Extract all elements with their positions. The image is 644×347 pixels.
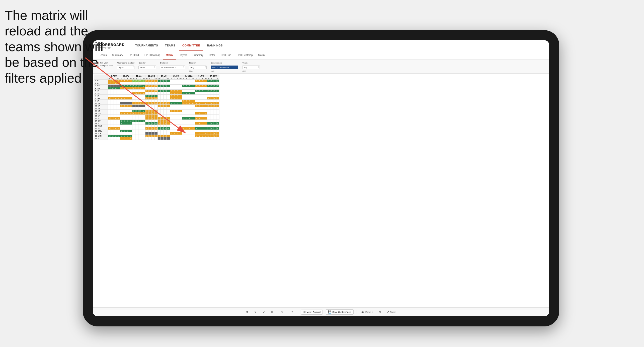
sub-t-2: T [126, 77, 129, 80]
division-select-wrapper[interactable]: NCAA Division I NCAA Division II [160, 65, 185, 69]
sub-nav-h2h-heatmap[interactable]: H2H Heatmap [142, 51, 163, 60]
share-options-button[interactable]: ⊞ [377, 310, 382, 314]
matrix-cell-l: 2 [111, 82, 114, 85]
matrix-cell-t: 0 [126, 80, 129, 82]
matrix-table-wrapper: 3. ASU 10. UW 11. UA 22. UCB 24. UO 27. … [93, 74, 549, 141]
matrix-cell-w: 0 [195, 105, 198, 107]
sub-nav-h2h-heatmap2[interactable]: H2H Heatmap [234, 51, 255, 60]
matrix-cell-w: 0 [120, 80, 123, 82]
matrix-cell [185, 90, 188, 92]
matrix-cell-w: 0 [145, 85, 148, 87]
matrix-cell-dif: 10 [154, 122, 158, 125]
matrix-cell [129, 100, 132, 102]
nav-teams[interactable]: TEAMS [162, 40, 179, 51]
matrix-content[interactable]: 3. ASU 10. UW 11. UA 22. UCB 24. UO 27. … [93, 74, 549, 307]
matrix-cell-t: 0 [201, 135, 204, 137]
matrix-cell-w: 1 [158, 85, 161, 87]
matrix-cell [158, 125, 161, 127]
gender-select[interactable]: Men's Women's [138, 66, 156, 69]
matrix-cell [179, 122, 182, 125]
matrix-cell [123, 102, 126, 105]
matrix-cell [138, 97, 142, 100]
redo-button[interactable]: ↻ [253, 310, 258, 314]
matrix-cell [132, 105, 135, 107]
max-teams-select[interactable]: Top 25 Top 10 Top 50 [117, 66, 134, 69]
matrix-cell [158, 112, 161, 115]
matrix-cell [173, 125, 176, 127]
matrix-cell [176, 127, 179, 130]
matrix-cell [135, 105, 138, 107]
team-select-wrapper[interactable]: (All) [242, 65, 260, 69]
matrix-cell-t: 0 [114, 127, 117, 130]
matrix-cell [132, 82, 135, 85]
matrix-cell-t: 0 [114, 80, 117, 82]
matrix-cell [176, 87, 179, 90]
watch-button[interactable]: ◉ Watch ▾ [360, 310, 374, 314]
max-teams-select-wrapper[interactable]: Top 25 Top 10 Top 50 [117, 65, 134, 69]
table-row: 21. ETSU100 [94, 130, 219, 132]
matrix-cell-dif: 29 [204, 112, 207, 115]
matrix-cell [126, 110, 129, 112]
conference-select[interactable]: Pac-12 Conference (All) [211, 66, 238, 69]
matrix-cell-l: 1 [148, 115, 151, 117]
sub-t-7: T [188, 77, 191, 80]
reset-button[interactable]: ↺ [261, 310, 266, 314]
matrix-cell-dif: 29 [129, 137, 132, 140]
sub-nav-detail[interactable]: Detail [206, 51, 218, 60]
matrix-cell [145, 82, 148, 85]
region-select-wrapper[interactable]: (All) N/A [189, 65, 207, 69]
division-select[interactable]: NCAA Division I NCAA Division II [160, 66, 185, 69]
matrix-cell-dif [191, 100, 195, 102]
col-header-osu: 57. OSU [207, 75, 219, 77]
zoom-controls[interactable]: − □ + [278, 310, 286, 314]
matrix-cell [179, 85, 182, 87]
matrix-cell [145, 105, 148, 107]
matrix-cell-dif: 80 [129, 85, 132, 87]
sub-nav-h2h-grid[interactable]: H2H Grid [126, 51, 141, 60]
matrix-cell-w: 0 [195, 122, 198, 125]
matrix-cell-w: 2 [182, 117, 185, 120]
matrix-cell-dif: 10 [129, 105, 132, 107]
share-button[interactable]: ↗ Share [385, 310, 397, 314]
matrix-cell [158, 87, 161, 90]
sub-nav-summary[interactable]: Summary [110, 51, 125, 60]
toolbar-divider-1 [298, 310, 298, 314]
sub-nav-players[interactable]: Players [176, 51, 190, 60]
region-select[interactable]: (All) N/A [189, 66, 207, 69]
sub-nav-matrix2[interactable]: Matrix [256, 51, 268, 60]
sub-w-9: W [207, 77, 210, 80]
matrix-cell-dif [179, 132, 182, 135]
matrix-cell-l: 0 [111, 135, 114, 137]
matrix-cell-dif [142, 87, 145, 90]
matrix-cell-t: 0 [213, 132, 216, 135]
gender-select-wrapper[interactable]: Men's Women's [138, 65, 156, 69]
matrix-cell [117, 112, 120, 115]
team-select[interactable]: (All) [242, 66, 260, 69]
view-original-button[interactable]: 👁 View: Original [301, 310, 323, 315]
matrix-cell-t: 0 [176, 92, 179, 95]
nav-tournaments[interactable]: TOURNAMENTS [132, 40, 162, 51]
sub-nav: Teams Summary H2H Grid H2H Heatmap Matri… [93, 51, 549, 60]
matrix-cell-dif: 1 [154, 117, 158, 120]
matrix-cell-t: 0 [164, 117, 167, 120]
matrix-cell-w: 0 [195, 132, 198, 135]
nav-committee[interactable]: COMMITTEE [179, 40, 204, 51]
nav-rankings[interactable]: RANKINGS [203, 40, 226, 51]
matrix-cell [148, 87, 151, 90]
undo-button[interactable]: ↺ [245, 310, 250, 314]
conference-select-wrapper[interactable]: Pac-12 Conference (All) [211, 65, 238, 69]
zoom-fit-button[interactable]: ⊙ [269, 310, 275, 314]
matrix-cell [111, 137, 114, 140]
matrix-cell-t: 0 [201, 90, 204, 92]
matrix-cell [161, 125, 164, 127]
matrix-cell-l: 2 [148, 110, 151, 112]
sub-nav-h2h-grid2[interactable]: H2H Grid [218, 51, 234, 60]
sub-nav-summary2[interactable]: Summary [190, 51, 206, 60]
sub-nav-matrix[interactable]: Matrix [163, 51, 176, 60]
save-custom-view-button[interactable]: 💾 Save Custom View [326, 309, 354, 315]
matrix-cell [151, 130, 154, 132]
matrix-cell [167, 125, 170, 127]
matrix-cell [108, 102, 111, 105]
timer-button[interactable]: ◷ [289, 310, 295, 314]
matrix-cell-t: 0 [151, 115, 154, 117]
